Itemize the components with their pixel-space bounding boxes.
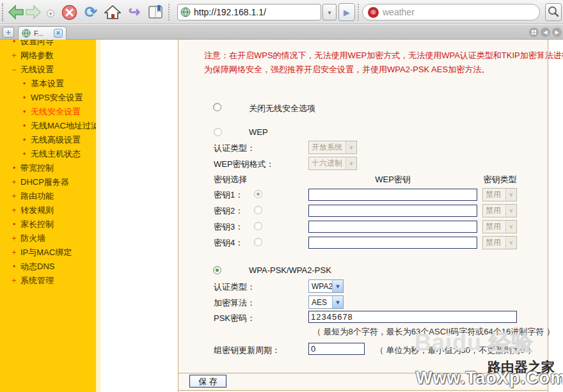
- sidebar-item-wireless-security[interactable]: •无线安全设置: [0, 105, 96, 119]
- wpa-auth-type-value: WPA2: [309, 282, 332, 291]
- bullet-icon: •: [20, 107, 28, 116]
- wep-auth-type-select[interactable]: 开放系统 ▼: [308, 141, 357, 154]
- sidebar-item-label: 系统管理: [20, 275, 54, 286]
- tab-title: F...: [34, 29, 51, 37]
- bullet-icon: •: [20, 79, 28, 88]
- bullet-icon: +: [10, 206, 18, 215]
- sidebar-item-label: WPS安全设置: [31, 92, 83, 104]
- tab-grid-button[interactable]: [529, 27, 539, 37]
- radio-key3[interactable]: [254, 222, 262, 230]
- sidebar-item-label: 无线设置: [20, 64, 54, 75]
- url-dropdown-button[interactable]: ▾: [322, 4, 337, 20]
- chevron-down-icon: ▾: [47, 10, 54, 17]
- radio-disable-security[interactable]: [213, 103, 221, 111]
- search-input[interactable]: [383, 7, 534, 17]
- sidebar-item-parental-control[interactable]: •家长控制: [0, 217, 96, 231]
- wps-notice-line1: 注意：在开启WPS的情况下，无法使用WEP加密方式，无法使用WPA认证类型和TK…: [204, 50, 563, 61]
- sidebar-item-label: 无线安全设置: [31, 106, 81, 118]
- group-key-period-input[interactable]: [308, 343, 365, 355]
- sidebar-item-wireless-advanced[interactable]: •无线高级设置: [0, 133, 96, 147]
- wps-notice-line2: 为保障网络安全，强烈推荐开启安全设置，并使用WPA2-PSK AES加密方法。: [204, 64, 489, 75]
- key2-type-select[interactable]: 禁用 ▼: [482, 204, 517, 217]
- page-viewport: •设置向导 +网络参数 −无线设置 •基本设置 •WPS安全设置 •无线安全设置…: [0, 40, 563, 392]
- home-icon: [104, 4, 121, 20]
- sidebar-item-basic-settings[interactable]: •基本设置: [0, 77, 96, 91]
- sidebar-item-label: 防火墙: [20, 233, 45, 244]
- radio-key4[interactable]: [254, 238, 262, 246]
- radio-wep[interactable]: [214, 128, 222, 136]
- radio-key2[interactable]: [254, 206, 262, 214]
- sidebar-item-dhcp-server[interactable]: +DHCP服务器: [0, 175, 96, 189]
- save-button[interactable]: 保 存: [189, 375, 226, 388]
- refresh-button[interactable]: ⟳: [82, 3, 100, 21]
- sidebar-item-setup-wizard[interactable]: •设置向导: [0, 40, 96, 49]
- wep-key-format-label: WEP密钥格式：: [214, 159, 274, 170]
- bullet-icon: •: [20, 150, 28, 159]
- sidebar-item-label: 路由功能: [20, 191, 54, 202]
- key4-type-select[interactable]: 禁用 ▼: [482, 236, 517, 249]
- bullet-icon: •: [20, 122, 28, 130]
- sidebar-item-label: IP与MAC绑定: [20, 247, 72, 258]
- wep-auth-type-value: 开放系统: [309, 142, 345, 153]
- sidebar-item-wps-security[interactable]: •WPS安全设置: [0, 91, 96, 105]
- wep-key-format-value: 十六进制: [309, 158, 345, 169]
- search-icon: [548, 6, 559, 19]
- wpa-algorithm-select[interactable]: AES ▼: [308, 295, 344, 309]
- key3-type-select[interactable]: 禁用 ▼: [482, 220, 517, 233]
- bullet-icon: +: [10, 248, 18, 257]
- url-input[interactable]: [194, 7, 318, 17]
- home-button[interactable]: [104, 3, 122, 21]
- bullet-icon: •: [20, 93, 28, 102]
- stop-button[interactable]: [60, 3, 78, 21]
- address-bar[interactable]: [177, 4, 321, 20]
- history-dropdown-button[interactable]: ▾: [46, 9, 55, 18]
- key3-label: 密钥3：: [214, 221, 243, 233]
- sidebar-item-ip-mac-binding[interactable]: +IP与MAC绑定: [0, 246, 96, 260]
- key1-input[interactable]: [308, 189, 477, 201]
- new-tab-button[interactable]: +: [3, 27, 14, 38]
- toolbar-separator: [168, 4, 170, 20]
- chevron-down-icon: ▼: [505, 205, 516, 217]
- grid-icon: [532, 30, 536, 35]
- sidebar-item-label: 带宽控制: [20, 162, 54, 174]
- go-button[interactable]: ▶: [338, 3, 355, 21]
- search-bar[interactable]: ❊: [362, 4, 540, 20]
- sidebar-item-network-params[interactable]: +网络参数: [0, 49, 96, 63]
- wep-key-format-select[interactable]: 十六进制 ▼: [308, 157, 357, 170]
- sidebar-item-bandwidth-control[interactable]: •带宽控制: [0, 161, 96, 175]
- sidebar-item-routing[interactable]: +路由功能: [0, 189, 96, 203]
- bookmarks-button[interactable]: [147, 3, 164, 21]
- sidebar-item-label: 基本设置: [31, 78, 64, 90]
- key4-input[interactable]: [308, 237, 477, 249]
- sidebar-item-wireless-hosts[interactable]: •无线主机状态: [0, 147, 96, 161]
- tab-scroll-right-button[interactable]: ▶: [552, 27, 562, 37]
- chevron-down-icon: ▼: [332, 280, 343, 292]
- sidebar-item-mac-filter[interactable]: •无线MAC地址过滤: [0, 119, 96, 133]
- key2-input[interactable]: [308, 205, 477, 217]
- baidu-watermark-cn: 经验: [489, 331, 534, 355]
- sidebar-item-forwarding-rules[interactable]: +转发规则: [0, 203, 96, 217]
- send-page-button[interactable]: ↪: [125, 3, 143, 21]
- chevron-down-icon: ▼: [345, 141, 356, 153]
- browser-window: ▾ ⟳ ↪: [0, 0, 563, 392]
- sidebar-item-firewall[interactable]: +防火墙: [0, 231, 96, 246]
- key3-input[interactable]: [308, 221, 477, 233]
- radio-key1[interactable]: [254, 190, 262, 198]
- wpa-auth-type-select[interactable]: WPA2 ▼: [308, 279, 344, 293]
- radio-wpa-psk[interactable]: [213, 266, 221, 274]
- browser-tab[interactable]: F... ×: [18, 26, 67, 40]
- sidebar-item-ddns[interactable]: •动态DNS: [0, 260, 96, 274]
- key1-type-select[interactable]: 禁用 ▼: [482, 188, 517, 201]
- chevron-down-icon: ▼: [505, 237, 516, 249]
- site-globe-icon: [180, 7, 191, 17]
- search-button[interactable]: [545, 3, 562, 21]
- sidebar-item-system-tools[interactable]: +系统管理: [0, 274, 96, 288]
- back-button[interactable]: [7, 3, 25, 21]
- tab-close-button[interactable]: ×: [54, 29, 63, 38]
- sidebar-edge-strip: [96, 40, 100, 392]
- psk-password-input[interactable]: [308, 311, 517, 323]
- tab-scroll-left-button[interactable]: ◀: [541, 27, 550, 37]
- sidebar-item-wireless-settings[interactable]: −无线设置: [0, 63, 96, 77]
- forward-button[interactable]: [24, 3, 42, 21]
- tab-bar: + F... × ◀ ▶: [0, 25, 563, 40]
